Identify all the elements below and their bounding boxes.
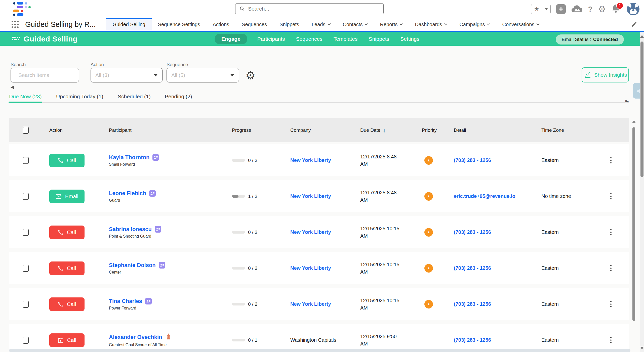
horizontal-scrollbar[interactable]: [9, 349, 630, 352]
banner-tab[interactable]: Participants: [256, 34, 286, 44]
participant-name-link[interactable]: Tina Charles: [109, 298, 142, 304]
row-action-button[interactable]: Email: [49, 190, 85, 203]
row-checkbox[interactable]: [23, 157, 29, 164]
nav-tab[interactable]: Leads: [305, 18, 337, 31]
table-row: Call Kayla Thornton Small Forward 0 / 2 …: [9, 144, 629, 176]
company-link[interactable]: New York Liberty: [290, 301, 331, 307]
app-launcher-icon[interactable]: [12, 21, 19, 28]
list-view-tabs: Due Now (23)Upcoming Today (1)Scheduled …: [9, 91, 629, 103]
global-actions-icon[interactable]: [556, 4, 566, 14]
sequence-filter-select[interactable]: All (5): [167, 68, 239, 82]
detail-link[interactable]: (703) 283 - 1256: [454, 265, 491, 271]
participant-name-link[interactable]: Kayla Thornton: [109, 154, 149, 161]
column-header-time-zone: Time Zone: [541, 127, 564, 133]
nav-tab[interactable]: Snippets: [273, 18, 305, 31]
due-date: 12/15/2025 10:15 AM: [360, 261, 404, 276]
nav-tab[interactable]: Dashboards: [409, 18, 453, 31]
row-action-button[interactable]: Call: [49, 226, 85, 239]
row-menu-button[interactable]: [609, 156, 613, 165]
progress-text: 0 / 2: [248, 266, 257, 271]
row-menu-button[interactable]: [609, 335, 613, 345]
table-scrollbar-up-arrow-icon[interactable]: [632, 120, 636, 123]
scrollbar-down-arrow-icon[interactable]: [640, 347, 644, 349]
due-date: 12/17/2025 8:48 AM: [360, 189, 404, 204]
setup-gear-icon[interactable]: ⚙: [598, 5, 606, 13]
nav-tab[interactable]: Campaigns: [453, 18, 496, 31]
row-menu-button[interactable]: [609, 299, 613, 309]
banner-tab[interactable]: Sequences: [295, 34, 324, 44]
user-avatar[interactable]: [627, 3, 639, 15]
banner-tab[interactable]: Templates: [333, 34, 359, 44]
row-checkbox[interactable]: [23, 265, 29, 272]
page-scrollbar[interactable]: [640, 32, 644, 352]
filter-settings-gear-icon[interactable]: ⚙: [246, 70, 255, 81]
row-menu-button[interactable]: [609, 263, 613, 273]
list-tab[interactable]: Due Now (23): [9, 91, 42, 102]
nav-tab[interactable]: Sequences: [235, 18, 273, 31]
company-link[interactable]: New York Liberty: [290, 157, 331, 163]
nav-tab[interactable]: Reports: [374, 18, 409, 31]
list-tab[interactable]: Upcoming Today (1): [56, 91, 103, 102]
detail-link[interactable]: (703) 283 - 1256: [454, 301, 491, 307]
list-tab[interactable]: Scheduled (1): [118, 91, 151, 102]
row-menu-button[interactable]: [609, 228, 613, 237]
due-date: 12/15/2025 10:15 AM: [360, 225, 404, 240]
detail-link[interactable]: eric.trude+95@revenue.io: [454, 193, 515, 199]
items-search-input[interactable]: [18, 72, 87, 78]
row-action-button[interactable]: Call: [49, 297, 85, 311]
nav-tab[interactable]: Sequence Settings: [152, 18, 207, 31]
row-checkbox[interactable]: [23, 229, 29, 236]
row-action-button[interactable]: Call: [49, 154, 85, 167]
scrollbar-up-arrow-icon[interactable]: [640, 35, 644, 38]
list-tab[interactable]: Pending (2): [165, 91, 192, 102]
dropdown-arrow-icon: [230, 74, 234, 76]
detail-link[interactable]: (703) 283 - 1256: [454, 157, 491, 163]
row-action-button[interactable]: Call: [49, 261, 85, 275]
participant-name-link[interactable]: Leone Fiebich: [109, 190, 146, 197]
participant-name-link[interactable]: Alexander Ovechkin: [109, 334, 162, 340]
show-insights-button[interactable]: Show Insights: [582, 67, 629, 82]
favorite-star-icon[interactable]: ★: [531, 4, 542, 14]
nav-tab[interactable]: Actions: [206, 18, 235, 31]
sort-descending-arrow-icon[interactable]: ↓: [383, 127, 386, 134]
participant-cell: Tina Charles Power Forward: [109, 288, 152, 320]
table-row: Call Stephanie Dolson Center 0 / 2 New Y…: [9, 252, 629, 284]
banner-tab[interactable]: Engage: [215, 34, 247, 44]
progress-text: 0 / 2: [248, 158, 257, 163]
row-checkbox[interactable]: [23, 301, 29, 308]
participant-name-link[interactable]: Stephanie Dolson: [109, 262, 156, 269]
participant-name-link[interactable]: Sabrina Ionescu: [109, 226, 152, 233]
time-zone: Eastern: [541, 265, 559, 271]
detail-link[interactable]: (703) 283 - 1256: [454, 337, 491, 343]
help-icon[interactable]: ?: [588, 5, 592, 13]
column-header-due-date[interactable]: Due Date: [360, 127, 380, 133]
company-link[interactable]: New York Liberty: [290, 265, 331, 271]
row-action-button[interactable]: Call: [49, 333, 85, 347]
company-link[interactable]: New York Liberty: [290, 193, 331, 199]
scrollbar-thumb[interactable]: [640, 41, 643, 177]
company-link[interactable]: Washington Capitals: [290, 337, 336, 343]
company-link[interactable]: New York Liberty: [290, 229, 331, 235]
row-checkbox[interactable]: [23, 337, 29, 344]
nav-tab[interactable]: Guided Selling: [106, 18, 151, 31]
row-checkbox[interactable]: [23, 193, 29, 200]
time-zone: No time zone: [541, 193, 571, 199]
global-search-input[interactable]: [248, 6, 379, 12]
action-filter-select[interactable]: All (3): [91, 68, 163, 82]
banner-tab[interactable]: Settings: [399, 34, 420, 44]
trailhead-icon[interactable]: [571, 5, 582, 14]
edit-nav-pencil-icon[interactable]: [631, 21, 637, 28]
banner-tab[interactable]: Snippets: [368, 34, 390, 44]
detail-link[interactable]: (703) 283 - 1256: [454, 229, 491, 235]
app-logo: [13, 2, 36, 17]
scroll-left-arrow-icon[interactable]: ◀: [11, 84, 14, 90]
row-menu-button[interactable]: [609, 192, 613, 201]
notifications-control[interactable]: 1: [611, 4, 621, 14]
table-scrollbar-thumb[interactable]: [632, 127, 635, 321]
select-all-checkbox[interactable]: [23, 127, 29, 134]
favorites-dropdown-icon[interactable]: [542, 4, 550, 14]
table-scrollbar[interactable]: [632, 119, 636, 348]
column-header-progress: Progress: [232, 127, 251, 133]
nav-tab[interactable]: Conversations: [496, 18, 545, 31]
nav-tab[interactable]: Contacts: [337, 18, 374, 31]
